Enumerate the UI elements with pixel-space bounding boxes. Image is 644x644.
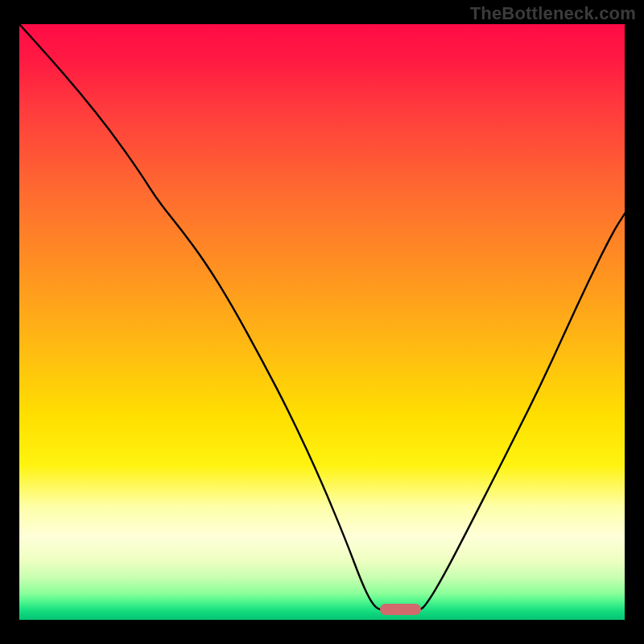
chart-frame: TheBottleneck.com — [0, 0, 644, 644]
optimal-range-marker — [380, 604, 421, 615]
bottleneck-curve — [19, 24, 625, 620]
watermark-text: TheBottleneck.com — [470, 3, 636, 24]
plot-area — [19, 24, 625, 620]
